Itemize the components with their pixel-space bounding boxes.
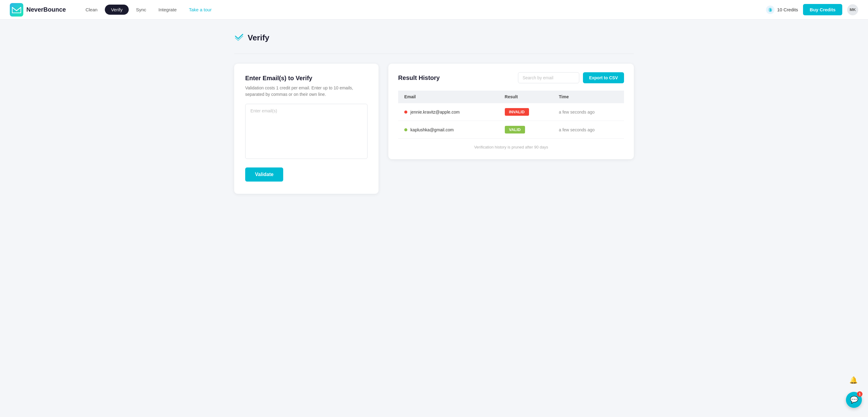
navbar-right: 10 Credits Buy Credits MK <box>766 4 858 15</box>
table-row: kaplushka@gmail.com VALID a few seconds … <box>398 121 624 139</box>
page-header: Verify <box>234 32 634 44</box>
enter-email-title: Enter Email(s) to Verify <box>245 75 368 82</box>
email-value: jennie.kravitz@apple.com <box>410 110 460 114</box>
result-cell: INVALID <box>499 103 553 121</box>
nav-take-a-tour[interactable]: Take a tour <box>184 5 216 15</box>
nav-verify[interactable]: Verify <box>105 5 129 15</box>
col-result: Result <box>499 91 553 103</box>
notification-bell[interactable]: 🔔 <box>847 374 860 386</box>
nav-links: Clean Verify Sync Integrate Take a tour <box>81 5 766 15</box>
page-title: Verify <box>248 33 270 42</box>
nav-clean[interactable]: Clean <box>81 5 102 15</box>
history-note: Verification history is pruned after 90 … <box>398 145 624 149</box>
main-grid: Enter Email(s) to Verify Validation cost… <box>234 64 634 194</box>
svg-rect-0 <box>10 3 23 16</box>
result-badge: INVALID <box>505 108 529 116</box>
time-cell: a few seconds ago <box>553 121 624 139</box>
logo-icon <box>10 3 23 16</box>
enter-email-subtitle: Validation costs 1 credit per email. Ent… <box>245 85 368 98</box>
email-cell: kaplushka@gmail.com <box>398 121 498 139</box>
col-email: Email <box>398 91 498 103</box>
table-body: jennie.kravitz@apple.com INVALID a few s… <box>398 103 624 139</box>
result-cell: VALID <box>499 121 553 139</box>
validate-button[interactable]: Validate <box>245 168 283 181</box>
user-avatar[interactable]: MK <box>847 4 858 15</box>
credits-icon <box>766 5 775 14</box>
table-row: jennie.kravitz@apple.com INVALID a few s… <box>398 103 624 121</box>
col-time: Time <box>553 91 624 103</box>
page-content: Verify Enter Email(s) to Verify Validati… <box>219 20 649 206</box>
result-history-title: Result History <box>398 74 440 81</box>
result-badge: VALID <box>505 126 525 134</box>
nav-integrate[interactable]: Integrate <box>154 5 181 15</box>
result-header-right: Export to CSV <box>518 72 624 83</box>
result-history-card: Result History Export to CSV Email Resul… <box>388 64 634 159</box>
status-dot <box>404 128 407 131</box>
email-textarea[interactable] <box>245 104 368 159</box>
page-divider <box>234 54 634 54</box>
email-cell: jennie.kravitz@apple.com <box>398 103 498 121</box>
credits-display: 10 Credits <box>766 5 798 14</box>
buy-credits-button[interactable]: Buy Credits <box>803 4 842 15</box>
table-header: Email Result Time <box>398 91 624 103</box>
email-value: kaplushka@gmail.com <box>410 127 454 132</box>
chat-bubble[interactable]: 💬 1 <box>846 392 862 408</box>
result-card-header: Result History Export to CSV <box>398 72 624 83</box>
chat-badge: 1 <box>857 391 863 397</box>
status-dot <box>404 110 407 113</box>
time-cell: a few seconds ago <box>553 103 624 121</box>
brand-name: NeverBounce <box>26 6 66 13</box>
export-csv-button[interactable]: Export to CSV <box>583 72 624 83</box>
enter-email-card: Enter Email(s) to Verify Validation cost… <box>234 64 378 194</box>
page-title-icon <box>234 32 244 44</box>
logo-link[interactable]: NeverBounce <box>10 3 66 16</box>
search-input[interactable] <box>518 72 579 83</box>
results-table: Email Result Time jennie.kravitz@apple.c… <box>398 91 624 139</box>
nav-sync[interactable]: Sync <box>131 5 151 15</box>
credits-count: 10 Credits <box>777 7 798 12</box>
navbar: NeverBounce Clean Verify Sync Integrate … <box>0 0 868 20</box>
